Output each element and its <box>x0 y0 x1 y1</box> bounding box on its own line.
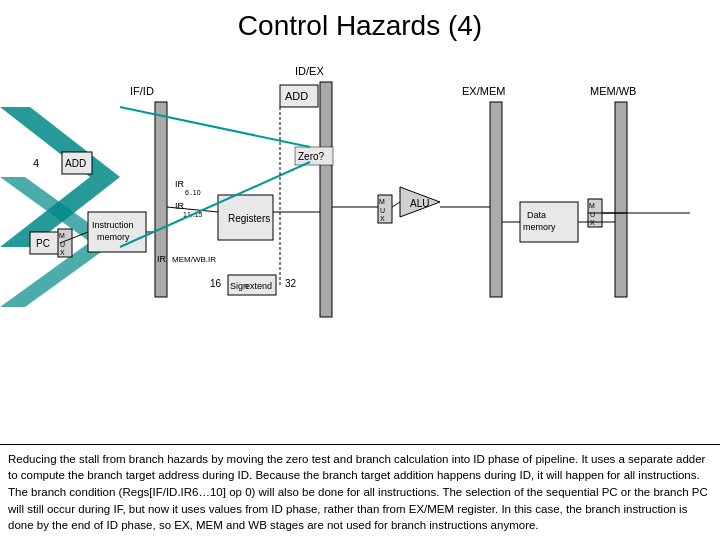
svg-rect-4 <box>490 102 502 297</box>
svg-text:extend: extend <box>245 281 272 291</box>
svg-text:6..10: 6..10 <box>185 189 201 196</box>
svg-text:ALU: ALU <box>410 198 429 209</box>
svg-text:ID/EX: ID/EX <box>295 65 324 77</box>
svg-text:PC: PC <box>36 238 50 249</box>
page-title: Control Hazards (4) <box>0 0 720 47</box>
svg-line-56 <box>392 202 400 207</box>
svg-text:EX/MEM: EX/MEM <box>462 85 505 97</box>
svg-text:M: M <box>589 202 595 209</box>
svg-text:M: M <box>59 232 65 239</box>
diagram-area: IF/ID ID/EX EX/MEM MEM/WB ADD Zero? PC A… <box>0 47 720 357</box>
svg-text:MEM/WB: MEM/WB <box>590 85 636 97</box>
svg-text:ADD: ADD <box>65 158 86 169</box>
svg-text:Zero?: Zero? <box>298 151 325 162</box>
svg-text:M: M <box>379 198 385 205</box>
svg-text:X: X <box>60 249 65 256</box>
svg-text:4: 4 <box>33 157 39 169</box>
description-text: Reducing the stall from branch hazards b… <box>8 451 712 534</box>
svg-line-63 <box>120 162 310 247</box>
svg-text:MEM/WB.IR: MEM/WB.IR <box>172 255 216 264</box>
svg-text:memory: memory <box>97 232 130 242</box>
description-area: Reducing the stall from branch hazards b… <box>0 444 720 540</box>
svg-text:Instruction: Instruction <box>92 220 134 230</box>
svg-text:16: 16 <box>210 278 222 289</box>
svg-text:32: 32 <box>285 278 297 289</box>
svg-rect-3 <box>320 82 332 317</box>
svg-rect-2 <box>155 102 167 297</box>
svg-text:IR: IR <box>157 254 167 264</box>
svg-rect-5 <box>615 102 627 297</box>
svg-text:IF/ID: IF/ID <box>130 85 154 97</box>
svg-text:X: X <box>380 215 385 222</box>
svg-text:U: U <box>590 211 595 218</box>
svg-text:ADD: ADD <box>285 90 308 102</box>
svg-text:U: U <box>380 207 385 214</box>
svg-text:memory: memory <box>523 222 556 232</box>
svg-text:IR: IR <box>175 201 185 211</box>
svg-text:IR: IR <box>175 179 185 189</box>
diagram-svg: IF/ID ID/EX EX/MEM MEM/WB ADD Zero? PC A… <box>0 47 720 357</box>
svg-text:Data: Data <box>527 210 546 220</box>
svg-text:Registers: Registers <box>228 213 270 224</box>
svg-line-62 <box>120 107 310 147</box>
